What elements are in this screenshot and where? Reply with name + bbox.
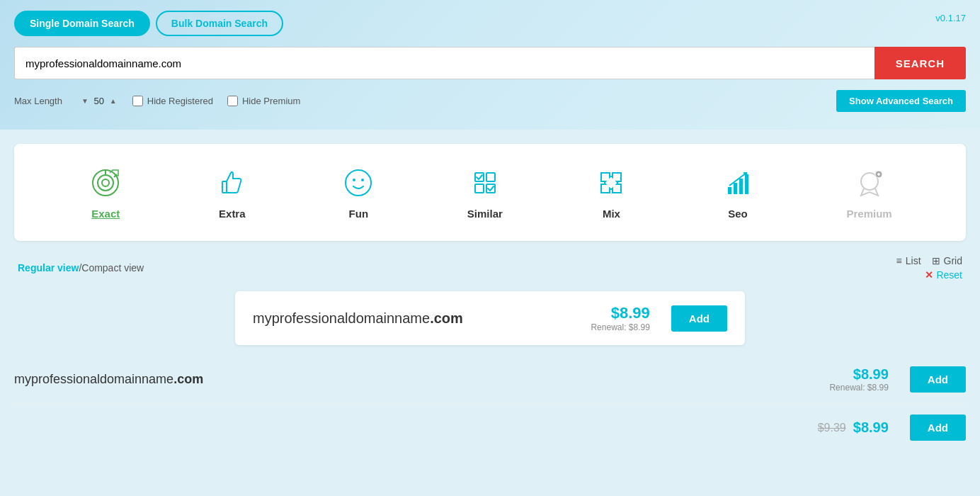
domain-result-featured: myprofessionaldomainname.com $8.99 Renew…: [235, 291, 745, 345]
tab-bulk-domain-search[interactable]: Bulk Domain Search: [156, 11, 283, 36]
domain-price-block-featured: $8.99 Renewal: $8.99: [591, 304, 649, 332]
svg-rect-13: [728, 187, 731, 194]
regular-view-btn[interactable]: Regular view: [18, 262, 79, 274]
list-icon: ≡: [896, 255, 902, 266]
view-toggle: Regular view/Compact view: [18, 262, 144, 274]
category-seo[interactable]: Seo: [720, 165, 756, 220]
category-extra[interactable]: Extra: [215, 165, 250, 220]
svg-rect-10: [486, 173, 495, 181]
domain-renewal-featured: Renewal: $8.99: [591, 322, 649, 332]
svg-rect-11: [475, 184, 484, 193]
view-right: ≡ List ⊞ Grid ✕ Reset: [896, 255, 962, 281]
category-premium[interactable]: Premium: [846, 165, 891, 220]
add-button-row-2[interactable]: Add: [910, 415, 966, 441]
tab-single-domain-search[interactable]: Single Domain Search: [14, 11, 150, 36]
category-similar-label: Similar: [467, 208, 503, 220]
list-label: List: [906, 255, 921, 266]
category-exact[interactable]: Exact: [88, 165, 123, 220]
domain-price-block-row-1: $8.99 Renewal: $8.99: [829, 366, 888, 393]
hide-registered-label[interactable]: Hide Registered: [132, 96, 213, 106]
domain-result-row-1: myprofessionaldomainname.com $8.99 Renew…: [14, 356, 966, 404]
domain-price-row-1: $8.99: [853, 366, 889, 383]
reset-label: Reset: [936, 269, 962, 281]
price-strikethrough: $9.39: [818, 422, 846, 434]
chart-icon: [720, 165, 756, 201]
domain-price-block-row-2: $9.39 $8.99: [818, 419, 889, 436]
svg-point-7: [353, 179, 355, 181]
category-mix[interactable]: Mix: [593, 165, 629, 220]
smile-icon: [341, 165, 376, 201]
domain-price-row-2: $8.99: [853, 419, 889, 436]
category-extra-label: Extra: [219, 208, 246, 220]
reset-button[interactable]: ✕ Reset: [925, 269, 962, 281]
category-similar[interactable]: Similar: [467, 165, 503, 220]
hide-premium-checkbox[interactable]: [227, 96, 238, 106]
category-premium-label: Premium: [846, 208, 891, 220]
target-icon: [88, 165, 123, 201]
tabs-row: Single Domain Search Bulk Domain Search …: [14, 11, 966, 36]
svg-point-6: [346, 170, 371, 196]
svg-rect-16: [745, 174, 748, 194]
reset-x-icon: ✕: [925, 269, 933, 281]
domain-name-row-1: myprofessionaldomainname.com: [14, 372, 203, 387]
svg-point-8: [361, 179, 364, 181]
search-button[interactable]: SEARCH: [874, 47, 966, 79]
advanced-search-button[interactable]: Show Advanced Search: [836, 90, 966, 112]
add-button-row-1[interactable]: Add: [910, 366, 966, 393]
add-button-featured[interactable]: Add: [671, 305, 727, 332]
badge-icon: [852, 165, 887, 201]
category-exact-label: Exact: [91, 208, 120, 220]
options-row: Max Length ▼ 50 ▲ Hide Registered Hide P…: [14, 90, 966, 112]
header-bar: Single Domain Search Bulk Domain Search …: [0, 0, 980, 130]
max-length-label: Max Length: [14, 96, 62, 106]
svg-point-1: [98, 175, 113, 191]
list-grid-row: ≡ List ⊞ Grid: [896, 255, 962, 266]
hide-premium-label[interactable]: Hide Premium: [227, 96, 300, 106]
domain-result-row-2-partial: $9.39 $8.99 Add: [14, 404, 966, 444]
grid-view-button[interactable]: ⊞ Grid: [932, 255, 962, 266]
svg-rect-5: [222, 181, 227, 193]
compact-view-btn[interactable]: Compact view: [81, 262, 144, 274]
thumbsup-icon: [215, 165, 250, 201]
view-controls: Regular view/Compact view ≡ List ⊞ Grid …: [14, 255, 966, 281]
search-input[interactable]: [14, 47, 874, 79]
category-fun[interactable]: Fun: [341, 165, 376, 220]
list-view-button[interactable]: ≡ List: [896, 255, 921, 266]
grid-label: Grid: [944, 255, 962, 266]
stepper-up-btn[interactable]: ▲: [108, 96, 118, 106]
svg-rect-14: [734, 183, 737, 194]
grid-check-icon: [467, 165, 503, 201]
svg-rect-15: [739, 179, 743, 194]
stepper-down-btn[interactable]: ▼: [80, 96, 90, 106]
domain-name-featured: myprofessionaldomainname.com: [253, 310, 463, 327]
partial-price-block: $9.39 $8.99: [818, 419, 889, 436]
version-label: v0.1.17: [935, 13, 966, 23]
category-mix-label: Mix: [603, 208, 620, 220]
search-row: SEARCH: [14, 47, 966, 79]
category-seo-label: Seo: [728, 208, 748, 220]
category-card: Exact Extra Fun: [14, 144, 966, 241]
category-fun-label: Fun: [349, 208, 369, 220]
svg-point-2: [102, 179, 109, 186]
grid-icon: ⊞: [932, 255, 940, 266]
hide-registered-checkbox[interactable]: [132, 96, 143, 106]
stepper-value: 50: [92, 96, 106, 106]
length-stepper: ▼ 50 ▲: [80, 96, 118, 106]
puzzle-icon: [593, 165, 629, 201]
domain-renewal-row-1: Renewal: $8.99: [829, 383, 888, 393]
main-content: Exact Extra Fun: [0, 130, 980, 458]
domain-price-featured: $8.99: [611, 304, 650, 322]
